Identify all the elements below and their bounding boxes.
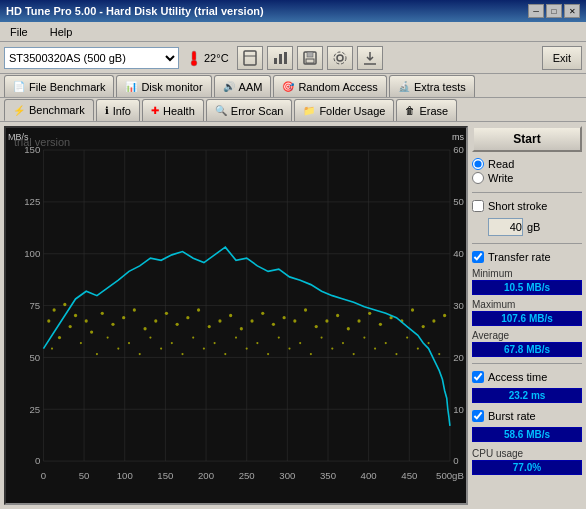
access-time-checkbox[interactable]: [472, 371, 484, 383]
svg-point-95: [422, 325, 425, 328]
svg-point-82: [283, 316, 286, 319]
svg-text:125: 125: [24, 196, 41, 207]
svg-point-90: [368, 312, 371, 315]
transfer-rate-checkbox[interactable]: [472, 251, 484, 263]
svg-point-10: [337, 55, 343, 61]
tab-row-1: 📄 File Benchmark 📊 Disk monitor 🔊 AAM 🎯 …: [0, 74, 586, 98]
read-radio[interactable]: [472, 158, 484, 170]
menu-help[interactable]: Help: [44, 24, 79, 40]
short-stroke-checkbox[interactable]: [472, 200, 484, 212]
svg-point-67: [122, 316, 125, 319]
svg-point-75: [208, 325, 211, 328]
chart-watermark: trial version: [14, 136, 70, 148]
svg-point-124: [353, 353, 355, 355]
tab-folder-usage[interactable]: 📁 Folder Usage: [294, 99, 394, 121]
svg-point-121: [321, 336, 323, 338]
toolbar-btn-4[interactable]: [327, 46, 353, 70]
svg-text:40: 40: [453, 248, 464, 259]
svg-text:0: 0: [35, 455, 41, 466]
tab-health[interactable]: ✚ Health: [142, 99, 204, 121]
start-button[interactable]: Start: [472, 126, 582, 152]
svg-point-132: [438, 353, 440, 355]
chart-svg: 150 125 100 75 50 25 0 60 50 40 30 20 10…: [6, 128, 466, 503]
svg-point-80: [261, 312, 264, 315]
short-stroke-label: Short stroke: [488, 200, 547, 212]
write-radio[interactable]: [472, 172, 484, 184]
svg-point-96: [432, 319, 435, 322]
svg-point-122: [331, 347, 333, 349]
maximize-button[interactable]: □: [546, 4, 562, 18]
minimum-block: Minimum 10.5 MB/s: [472, 268, 582, 295]
svg-point-94: [411, 308, 414, 311]
error-scan-icon: 🔍: [215, 105, 227, 116]
svg-text:50: 50: [79, 470, 90, 481]
menu-file[interactable]: File: [4, 24, 34, 40]
tab-benchmark[interactable]: ⚡ Benchmark: [4, 99, 94, 121]
svg-point-70: [154, 319, 157, 322]
svg-text:150: 150: [157, 470, 174, 481]
svg-point-123: [342, 342, 344, 344]
tab-extra-tests[interactable]: 🔬 Extra tests: [389, 75, 475, 97]
svg-text:300: 300: [279, 470, 296, 481]
save-icon: [302, 50, 318, 66]
svg-text:450: 450: [401, 470, 418, 481]
burst-rate-checkbox[interactable]: [472, 410, 484, 422]
svg-point-87: [336, 314, 339, 317]
svg-text:200: 200: [198, 470, 215, 481]
average-label: Average: [472, 330, 582, 341]
svg-point-68: [133, 308, 136, 311]
svg-point-108: [181, 353, 183, 355]
right-panel: Start Read Write Short stroke gB Transfe…: [472, 126, 582, 505]
svg-text:500gB: 500gB: [436, 470, 464, 481]
svg-point-57: [47, 319, 50, 322]
svg-point-103: [128, 342, 130, 344]
tab-info[interactable]: ℹ Info: [96, 99, 140, 121]
exit-button[interactable]: Exit: [542, 46, 582, 70]
tab-aam[interactable]: 🔊 AAM: [214, 75, 272, 97]
tab-random-access[interactable]: 🎯 Random Access: [273, 75, 386, 97]
settings-icon: [332, 50, 348, 66]
svg-point-86: [325, 319, 328, 322]
tab-error-scan[interactable]: 🔍 Error Scan: [206, 99, 293, 121]
svg-point-74: [197, 308, 200, 311]
svg-point-109: [192, 336, 194, 338]
cpu-usage-value: 77.0%: [472, 460, 582, 475]
benchmark-chart: MB/s ms trial version: [4, 126, 468, 505]
download-icon: [362, 50, 378, 66]
svg-text:10: 10: [453, 403, 464, 414]
svg-point-128: [395, 353, 397, 355]
svg-point-125: [363, 336, 365, 338]
svg-point-127: [385, 342, 387, 344]
chart-icon: [272, 50, 288, 66]
erase-icon: 🗑: [405, 105, 415, 116]
svg-point-58: [53, 308, 56, 311]
svg-point-64: [90, 330, 93, 333]
minimum-value: 10.5 MB/s: [472, 280, 582, 295]
svg-point-85: [315, 325, 318, 328]
svg-point-63: [85, 319, 88, 322]
temperature-value: 22°C: [204, 52, 229, 64]
close-button[interactable]: ✕: [564, 4, 580, 18]
minimize-button[interactable]: ─: [528, 4, 544, 18]
stroke-value-input[interactable]: [488, 218, 523, 236]
drive-selector[interactable]: ST3500320AS (500 gB): [4, 47, 179, 69]
tab-erase[interactable]: 🗑 Erase: [396, 99, 457, 121]
toolbar-btn-5[interactable]: [357, 46, 383, 70]
access-time-value: 23.2 ms: [472, 388, 582, 403]
disk-monitor-icon: 📊: [125, 81, 137, 92]
toolbar-btn-2[interactable]: [267, 46, 293, 70]
divider-2: [472, 243, 582, 244]
toolbar-btn-1[interactable]: [237, 46, 263, 70]
svg-point-118: [288, 347, 290, 349]
svg-point-112: [224, 353, 226, 355]
svg-point-83: [293, 319, 296, 322]
cpu-usage-block: CPU usage 77.0%: [472, 448, 582, 475]
tab-disk-monitor[interactable]: 📊 Disk monitor: [116, 75, 211, 97]
toolbar-btn-3[interactable]: [297, 46, 323, 70]
svg-point-78: [240, 327, 243, 330]
svg-point-101: [107, 336, 109, 338]
svg-point-72: [176, 323, 179, 326]
benchmark-icon: ⚡: [13, 105, 25, 116]
svg-point-66: [111, 323, 114, 326]
tab-file-benchmark[interactable]: 📄 File Benchmark: [4, 75, 114, 97]
